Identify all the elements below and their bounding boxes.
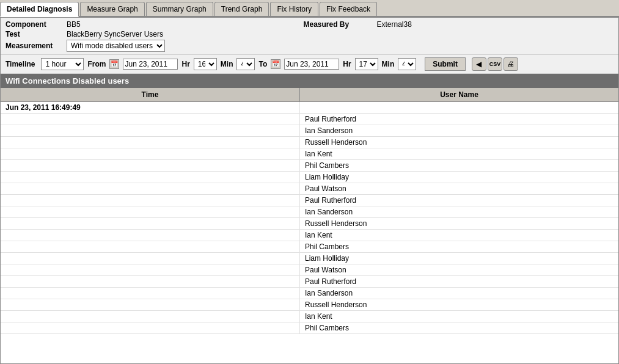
username-cell: Phil Cambers: [300, 322, 618, 333]
time-cell: [1, 264, 300, 275]
tab-fix-history[interactable]: Fix History: [270, 2, 318, 16]
col-header-time: Time: [1, 88, 300, 101]
time-cell: [1, 299, 300, 310]
time-cell: [1, 218, 300, 229]
table-row: Phil Cambers: [1, 241, 618, 253]
nav-csv-button[interactable]: CSV: [488, 57, 502, 71]
tab-trend-graph[interactable]: Trend Graph: [214, 2, 269, 16]
username-cell: [300, 102, 618, 113]
time-cell: [1, 253, 300, 264]
table-row: Phil Cambers: [1, 322, 618, 334]
col-header-username: User Name: [300, 88, 618, 101]
table-row: Russell Henderson: [1, 218, 618, 230]
to-calendar-icon[interactable]: 📅: [271, 59, 280, 69]
data-table-wrapper: Time User Name Jun 23, 2011 16:49:49Paul…: [1, 88, 618, 363]
username-cell: Ian Sanderson: [300, 288, 618, 299]
table-row: Paul Watson: [1, 264, 618, 276]
time-cell: [1, 206, 300, 217]
table-body: Jun 23, 2011 16:49:49Paul RutherfordIan …: [1, 102, 618, 363]
username-cell: Russell Henderson: [300, 299, 618, 310]
table-row: Ian Sanderson: [1, 206, 618, 218]
to-hr-label: Hr: [343, 60, 351, 68]
measured-by-value: External38: [377, 20, 614, 29]
to-label: To: [258, 60, 267, 68]
username-cell: Ian Kent: [300, 148, 618, 159]
tab-detailed-diagnosis[interactable]: Detailed Diagnosis: [0, 2, 79, 17]
time-cell: [1, 195, 300, 206]
username-cell: Paul Watson: [300, 264, 618, 275]
time-cell: [1, 311, 300, 322]
time-cell: [1, 172, 300, 183]
from-hr-select[interactable]: 16: [194, 58, 217, 70]
table-row: Paul Rutherford: [1, 114, 618, 125]
table-row: Ian Sanderson: [1, 288, 618, 299]
table-row: Russell Henderson: [1, 299, 618, 311]
username-cell: Phil Cambers: [300, 160, 618, 171]
tab-fix-feedback[interactable]: Fix Feedback: [320, 2, 377, 16]
tab-summary-graph[interactable]: Summary Graph: [146, 2, 213, 16]
table-row: Russell Henderson: [1, 137, 618, 148]
table-row: Ian Sanderson: [1, 125, 618, 137]
time-cell: [1, 160, 300, 171]
username-cell: Paul Rutherford: [300, 195, 618, 206]
time-cell: [1, 125, 300, 136]
section-header: Wifi Connections Disabled users: [1, 74, 618, 88]
timeline-row: Timeline 1 hour 30 min 2 hours 6 hours 1…: [1, 55, 618, 74]
test-label: Test: [5, 30, 67, 38]
username-cell: Paul Rutherford: [300, 276, 618, 287]
submit-button[interactable]: Submit: [425, 57, 466, 71]
time-cell: [1, 230, 300, 241]
duration-select[interactable]: 1 hour 30 min 2 hours 6 hours 12 hours 2…: [41, 58, 84, 70]
tab-measure-graph[interactable]: Measure Graph: [80, 2, 144, 16]
time-cell: [1, 276, 300, 287]
table-row: Paul Rutherford: [1, 276, 618, 288]
timeline-label: Timeline: [5, 60, 35, 68]
nav-back-button[interactable]: ◀: [472, 57, 486, 71]
main-panel: Component BB5 Measured By External38 Tes…: [0, 17, 619, 364]
table-row: Liam Holliday: [1, 172, 618, 183]
component-value: BB5: [67, 20, 304, 29]
username-cell: Ian Kent: [300, 311, 618, 322]
from-date-input[interactable]: Jun 23, 2011: [123, 59, 178, 70]
measurement-value: Wifi mode disabled users: [67, 40, 304, 52]
measured-by-label: Measured By: [304, 20, 377, 29]
time-cell: [1, 137, 300, 148]
tab-bar: Detailed DiagnosisMeasure GraphSummary G…: [0, 0, 619, 17]
table-row: Paul Watson: [1, 183, 618, 195]
username-cell: Russell Henderson: [300, 137, 618, 148]
from-min-select[interactable]: 4: [236, 58, 255, 70]
info-grid: Component BB5 Measured By External38 Tes…: [5, 20, 614, 52]
from-hr-label: Hr: [181, 60, 189, 68]
from-label: From: [87, 60, 106, 68]
time-cell: [1, 148, 300, 159]
measurement-select[interactable]: Wifi mode disabled users: [67, 40, 165, 52]
time-cell: [1, 183, 300, 194]
username-cell: Liam Holliday: [300, 172, 618, 183]
to-hr-select[interactable]: 17: [355, 58, 378, 70]
table-row: Paul Rutherford: [1, 195, 618, 206]
to-min-label: Min: [382, 60, 395, 68]
table-row: Phil Cambers: [1, 160, 618, 172]
table-row: Ian Kent: [1, 148, 618, 160]
username-cell: Ian Sanderson: [300, 125, 618, 136]
from-min-label: Min: [221, 60, 233, 68]
to-date-input[interactable]: Jun 23, 2011: [284, 59, 339, 70]
username-cell: Liam Holliday: [300, 253, 618, 264]
time-cell: Jun 23, 2011 16:49:49: [1, 102, 300, 113]
test-value: BlackBerry SyncServer Users: [67, 30, 304, 38]
username-cell: Ian Sanderson: [300, 206, 618, 217]
time-cell: [1, 288, 300, 299]
to-min-select[interactable]: 4: [398, 58, 416, 70]
table-row: Liam Holliday: [1, 253, 618, 264]
time-cell: [1, 322, 300, 333]
username-cell: Phil Cambers: [300, 241, 618, 252]
username-cell: Russell Henderson: [300, 218, 618, 229]
info-section: Component BB5 Measured By External38 Tes…: [1, 18, 618, 55]
table-row: Jun 23, 2011 16:49:49: [1, 102, 618, 114]
from-calendar-icon[interactable]: 📅: [109, 59, 119, 69]
measurement-label: Measurement: [5, 42, 67, 50]
username-cell: Ian Kent: [300, 230, 618, 241]
username-cell: Paul Rutherford: [300, 114, 618, 125]
nav-print-button[interactable]: 🖨: [504, 57, 518, 71]
table-header: Time User Name: [1, 88, 618, 102]
